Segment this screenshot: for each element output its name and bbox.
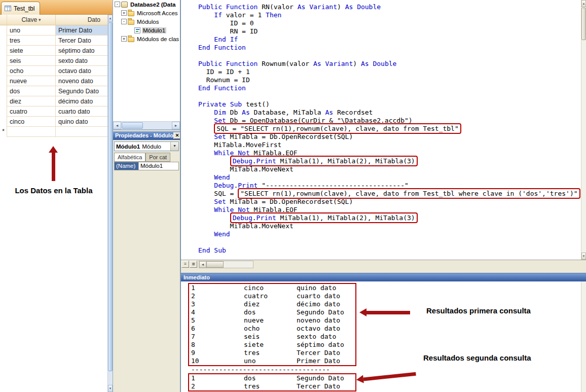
code-line[interactable]: Public Function Rownum(valor As Variant)… [198, 60, 581, 68]
record-selector[interactable] [0, 76, 7, 86]
code-line[interactable] [198, 92, 581, 100]
output-row[interactable]: 1cincoquino dato [191, 284, 355, 292]
cell-clave[interactable]: cuatro [7, 106, 56, 117]
scroll-left-icon[interactable]: ◄ [113, 122, 121, 129]
record-selector[interactable] [0, 96, 7, 106]
code-line[interactable]: Dim Db As Database, MiTabla As Recordset [198, 109, 581, 117]
code-line[interactable]: Debug.Print MiTabla(1), MiTabla(2), MiTa… [198, 214, 581, 222]
cell-dato[interactable]: sexto dato [56, 56, 107, 66]
scrollbar-thumb[interactable] [108, 22, 113, 371]
record-selector[interactable] [0, 106, 7, 117]
cell-dato[interactable]: Segundo Dato [56, 86, 107, 96]
expand-icon[interactable]: + [121, 36, 127, 42]
code-line[interactable]: End Function [198, 44, 581, 52]
record-selector[interactable] [0, 117, 7, 127]
code-line[interactable]: If valor = 1 Then [198, 11, 581, 19]
chevron-down-icon[interactable]: ▼ [170, 142, 178, 151]
tab-categorized[interactable]: Por cat [145, 153, 170, 162]
cell-clave[interactable] [7, 127, 56, 137]
code-line[interactable]: Rownum = ID [198, 76, 581, 84]
scroll-down-icon[interactable]: ▼ [108, 385, 113, 392]
code-line[interactable] [198, 238, 581, 246]
code-line[interactable]: Private Sub test() [198, 100, 581, 109]
code-line[interactable] [198, 52, 581, 60]
cell-dato[interactable] [56, 127, 107, 137]
code-editor[interactable]: Public Function RN(valor As Variant) As … [181, 0, 581, 260]
property-value-cell[interactable]: Módulo1 [139, 162, 178, 170]
cell-clave[interactable]: siete [7, 46, 56, 56]
code-line[interactable]: MiTabla.MoveNext [198, 165, 581, 173]
tree-item-m-dulos-de-clas[interactable]: +Módulos de clas [113, 34, 180, 43]
property-name-cell[interactable]: (Name) [115, 162, 139, 170]
output-row[interactable]: 4dosSegundo Dato [191, 308, 355, 316]
code-line[interactable]: Wend [198, 230, 581, 238]
column-header-dato[interactable]: Dato [56, 15, 107, 25]
output-row[interactable]: 6ochooctavo dato [191, 325, 355, 333]
code-vertical-scrollbar[interactable]: ▲ ▼ [581, 0, 586, 260]
code-line[interactable]: Wend [198, 173, 581, 182]
procedure-view-icon[interactable]: ≡ [181, 261, 189, 268]
tab-test-tbl[interactable]: Test_tbl [1, 2, 40, 15]
cell-clave[interactable]: uno [7, 25, 56, 35]
cell-clave[interactable]: ocho [7, 66, 56, 76]
sort-filter-icon[interactable]: ▾ [39, 17, 41, 22]
code-line[interactable]: SQL = "SELECT rn(1),rownum(clave), clave… [198, 190, 581, 198]
datasheet-vertical-scrollbar[interactable]: ▲ ▼ [107, 15, 113, 392]
output-row[interactable]: 1dosSegundo Dato [191, 374, 355, 382]
code-line[interactable]: MiTabla.MoveFirst [198, 141, 581, 149]
code-line[interactable]: RN = ID [198, 27, 581, 35]
code-line[interactable]: End Function [198, 84, 581, 92]
output-row[interactable]: 9tresTercer Dato [191, 349, 355, 357]
cell-dato[interactable]: séptimo dato [56, 46, 107, 56]
scroll-up-icon[interactable]: ▲ [581, 0, 586, 7]
output-separator-line[interactable]: ----------------------------------- [188, 366, 581, 373]
collapse-icon[interactable]: - [115, 2, 120, 7]
cell-clave[interactable]: tres [7, 35, 56, 46]
cell-clave[interactable]: seis [7, 56, 56, 66]
code-line[interactable]: Public Function RN(valor As Variant) As … [198, 3, 581, 11]
cell-dato[interactable]: cuarto dato [56, 106, 107, 117]
code-horizontal-scrollbar[interactable]: ◄ [199, 261, 253, 268]
cell-clave[interactable]: cinco [7, 117, 56, 127]
output-row[interactable]: 7seissexto dato [191, 333, 355, 341]
column-header-clave[interactable]: Clave ▾ [7, 15, 56, 25]
cell-clave[interactable]: dos [7, 86, 56, 96]
code-line[interactable]: Set MiTabla = Db.OpenRecordset(SQL) [198, 198, 581, 206]
code-line[interactable]: Set MiTabla = Db.OpenRecordset(SQL) [198, 133, 581, 141]
output-row[interactable]: 10unoPrimer Dato [191, 357, 355, 365]
tree-item-m-dulos[interactable]: -Módulos [113, 17, 180, 26]
immediate-window-titlebar[interactable]: Inmediato [181, 273, 586, 281]
cell-dato[interactable]: quino dato [56, 117, 107, 127]
project-explorer-hscrollbar[interactable]: ◄ ► [113, 121, 180, 129]
tree-item-m-dulo1[interactable]: Módulo1 [113, 26, 180, 34]
new-record-icon[interactable]: * [0, 127, 7, 137]
output-row[interactable]: 3diezdécimo dato [191, 300, 355, 308]
tree-item-database2-data[interactable]: -Database2 (Data [113, 0, 180, 9]
scrollbar-track[interactable] [143, 122, 172, 129]
tree-item-microsoft-acces[interactable]: +Microsoft Acces [113, 9, 180, 17]
code-line[interactable]: End If [198, 35, 581, 44]
code-line[interactable]: ID = ID + 1 [198, 68, 581, 76]
record-selector[interactable] [0, 35, 7, 46]
code-line[interactable]: End Sub [198, 246, 581, 255]
scroll-down-icon[interactable]: ▼ [581, 253, 586, 260]
output-row[interactable]: 2cuatrocuarto dato [191, 292, 355, 300]
scroll-up-icon[interactable]: ▲ [108, 15, 113, 22]
code-line[interactable]: ID = 0 [198, 19, 581, 27]
scrollbar-thumb[interactable] [122, 122, 143, 129]
collapse-icon[interactable]: - [121, 19, 127, 24]
output-row[interactable]: 2tresTercer Dato [191, 382, 355, 390]
cell-dato[interactable]: Primer Dato [56, 25, 107, 35]
scroll-right-icon[interactable]: ► [172, 122, 180, 129]
cell-dato[interactable]: noveno dato [56, 76, 107, 86]
scroll-left-icon[interactable]: ◄ [199, 261, 206, 268]
code-line[interactable]: SQL = "SELECT rn(1),rownum(clave), clave… [198, 125, 581, 133]
immediate-vertical-scrollbar[interactable] [581, 281, 586, 392]
record-selector[interactable] [0, 25, 7, 35]
record-selector[interactable] [0, 46, 7, 56]
object-selector-dropdown[interactable]: Módulo1 Módulo ▼ [114, 141, 179, 151]
code-line[interactable]: MiTabla.MoveNext [198, 222, 581, 230]
record-selector[interactable] [0, 66, 7, 76]
output-row[interactable]: 5nuevenoveno dato [191, 316, 355, 325]
cell-dato[interactable]: décimo dato [56, 96, 107, 106]
